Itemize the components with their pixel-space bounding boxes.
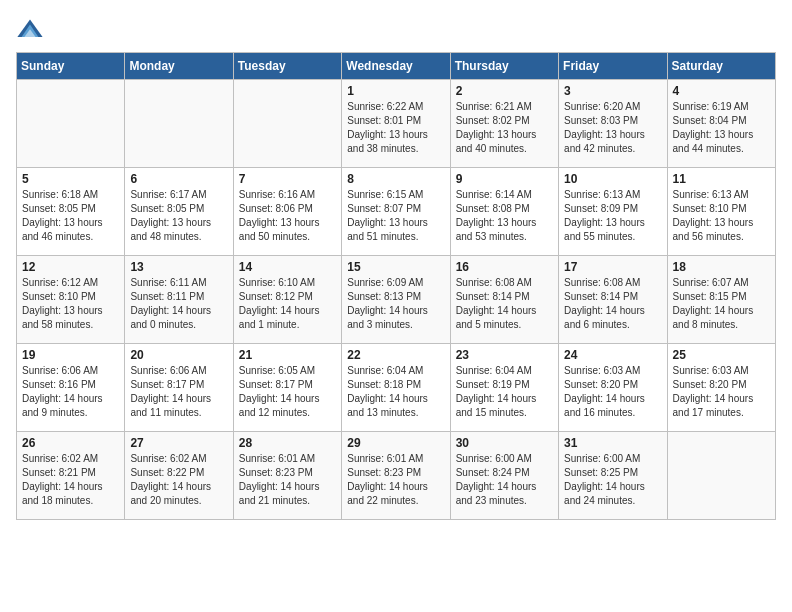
calendar-cell: 18Sunrise: 6:07 AM Sunset: 8:15 PM Dayli…	[667, 256, 775, 344]
day-number: 5	[22, 172, 119, 186]
day-header-tuesday: Tuesday	[233, 53, 341, 80]
calendar-cell: 19Sunrise: 6:06 AM Sunset: 8:16 PM Dayli…	[17, 344, 125, 432]
day-number: 18	[673, 260, 770, 274]
calendar-cell: 6Sunrise: 6:17 AM Sunset: 8:05 PM Daylig…	[125, 168, 233, 256]
day-info: Sunrise: 6:08 AM Sunset: 8:14 PM Dayligh…	[564, 276, 661, 332]
day-number: 23	[456, 348, 553, 362]
page-header	[16, 16, 776, 44]
day-number: 20	[130, 348, 227, 362]
day-info: Sunrise: 6:20 AM Sunset: 8:03 PM Dayligh…	[564, 100, 661, 156]
calendar-cell: 9Sunrise: 6:14 AM Sunset: 8:08 PM Daylig…	[450, 168, 558, 256]
day-info: Sunrise: 6:22 AM Sunset: 8:01 PM Dayligh…	[347, 100, 444, 156]
calendar-cell: 13Sunrise: 6:11 AM Sunset: 8:11 PM Dayli…	[125, 256, 233, 344]
calendar-cell	[125, 80, 233, 168]
calendar-cell: 4Sunrise: 6:19 AM Sunset: 8:04 PM Daylig…	[667, 80, 775, 168]
day-info: Sunrise: 6:04 AM Sunset: 8:18 PM Dayligh…	[347, 364, 444, 420]
day-info: Sunrise: 6:02 AM Sunset: 8:21 PM Dayligh…	[22, 452, 119, 508]
logo	[16, 16, 48, 44]
day-info: Sunrise: 6:11 AM Sunset: 8:11 PM Dayligh…	[130, 276, 227, 332]
day-number: 24	[564, 348, 661, 362]
calendar-cell: 17Sunrise: 6:08 AM Sunset: 8:14 PM Dayli…	[559, 256, 667, 344]
day-number: 27	[130, 436, 227, 450]
calendar-cell: 12Sunrise: 6:12 AM Sunset: 8:10 PM Dayli…	[17, 256, 125, 344]
day-number: 26	[22, 436, 119, 450]
day-number: 1	[347, 84, 444, 98]
day-info: Sunrise: 6:13 AM Sunset: 8:10 PM Dayligh…	[673, 188, 770, 244]
day-number: 25	[673, 348, 770, 362]
calendar-week-3: 12Sunrise: 6:12 AM Sunset: 8:10 PM Dayli…	[17, 256, 776, 344]
day-info: Sunrise: 6:06 AM Sunset: 8:17 PM Dayligh…	[130, 364, 227, 420]
calendar-cell: 30Sunrise: 6:00 AM Sunset: 8:24 PM Dayli…	[450, 432, 558, 520]
day-info: Sunrise: 6:12 AM Sunset: 8:10 PM Dayligh…	[22, 276, 119, 332]
day-number: 13	[130, 260, 227, 274]
day-number: 11	[673, 172, 770, 186]
day-info: Sunrise: 6:19 AM Sunset: 8:04 PM Dayligh…	[673, 100, 770, 156]
calendar-cell: 27Sunrise: 6:02 AM Sunset: 8:22 PM Dayli…	[125, 432, 233, 520]
day-info: Sunrise: 6:07 AM Sunset: 8:15 PM Dayligh…	[673, 276, 770, 332]
calendar-cell: 10Sunrise: 6:13 AM Sunset: 8:09 PM Dayli…	[559, 168, 667, 256]
day-info: Sunrise: 6:16 AM Sunset: 8:06 PM Dayligh…	[239, 188, 336, 244]
day-info: Sunrise: 6:03 AM Sunset: 8:20 PM Dayligh…	[673, 364, 770, 420]
calendar-cell: 23Sunrise: 6:04 AM Sunset: 8:19 PM Dayli…	[450, 344, 558, 432]
day-number: 7	[239, 172, 336, 186]
day-number: 17	[564, 260, 661, 274]
day-header-friday: Friday	[559, 53, 667, 80]
calendar-cell	[17, 80, 125, 168]
calendar-cell: 14Sunrise: 6:10 AM Sunset: 8:12 PM Dayli…	[233, 256, 341, 344]
calendar-cell: 16Sunrise: 6:08 AM Sunset: 8:14 PM Dayli…	[450, 256, 558, 344]
day-info: Sunrise: 6:10 AM Sunset: 8:12 PM Dayligh…	[239, 276, 336, 332]
logo-icon	[16, 16, 44, 44]
calendar-cell: 26Sunrise: 6:02 AM Sunset: 8:21 PM Dayli…	[17, 432, 125, 520]
day-info: Sunrise: 6:18 AM Sunset: 8:05 PM Dayligh…	[22, 188, 119, 244]
day-number: 15	[347, 260, 444, 274]
day-header-thursday: Thursday	[450, 53, 558, 80]
calendar-table: SundayMondayTuesdayWednesdayThursdayFrid…	[16, 52, 776, 520]
day-number: 9	[456, 172, 553, 186]
day-info: Sunrise: 6:13 AM Sunset: 8:09 PM Dayligh…	[564, 188, 661, 244]
calendar-week-5: 26Sunrise: 6:02 AM Sunset: 8:21 PM Dayli…	[17, 432, 776, 520]
calendar-cell: 25Sunrise: 6:03 AM Sunset: 8:20 PM Dayli…	[667, 344, 775, 432]
day-info: Sunrise: 6:04 AM Sunset: 8:19 PM Dayligh…	[456, 364, 553, 420]
calendar-cell: 31Sunrise: 6:00 AM Sunset: 8:25 PM Dayli…	[559, 432, 667, 520]
calendar-cell	[667, 432, 775, 520]
day-number: 4	[673, 84, 770, 98]
day-info: Sunrise: 6:02 AM Sunset: 8:22 PM Dayligh…	[130, 452, 227, 508]
day-info: Sunrise: 6:15 AM Sunset: 8:07 PM Dayligh…	[347, 188, 444, 244]
day-header-saturday: Saturday	[667, 53, 775, 80]
day-info: Sunrise: 6:01 AM Sunset: 8:23 PM Dayligh…	[239, 452, 336, 508]
day-info: Sunrise: 6:03 AM Sunset: 8:20 PM Dayligh…	[564, 364, 661, 420]
calendar-cell: 24Sunrise: 6:03 AM Sunset: 8:20 PM Dayli…	[559, 344, 667, 432]
calendar-cell: 2Sunrise: 6:21 AM Sunset: 8:02 PM Daylig…	[450, 80, 558, 168]
calendar-cell: 8Sunrise: 6:15 AM Sunset: 8:07 PM Daylig…	[342, 168, 450, 256]
calendar-cell: 3Sunrise: 6:20 AM Sunset: 8:03 PM Daylig…	[559, 80, 667, 168]
calendar-week-1: 1Sunrise: 6:22 AM Sunset: 8:01 PM Daylig…	[17, 80, 776, 168]
day-info: Sunrise: 6:00 AM Sunset: 8:25 PM Dayligh…	[564, 452, 661, 508]
day-number: 31	[564, 436, 661, 450]
calendar-cell: 20Sunrise: 6:06 AM Sunset: 8:17 PM Dayli…	[125, 344, 233, 432]
day-number: 30	[456, 436, 553, 450]
calendar-week-2: 5Sunrise: 6:18 AM Sunset: 8:05 PM Daylig…	[17, 168, 776, 256]
day-number: 10	[564, 172, 661, 186]
day-number: 6	[130, 172, 227, 186]
day-number: 2	[456, 84, 553, 98]
day-header-monday: Monday	[125, 53, 233, 80]
day-info: Sunrise: 6:00 AM Sunset: 8:24 PM Dayligh…	[456, 452, 553, 508]
day-number: 14	[239, 260, 336, 274]
day-number: 19	[22, 348, 119, 362]
day-info: Sunrise: 6:17 AM Sunset: 8:05 PM Dayligh…	[130, 188, 227, 244]
day-info: Sunrise: 6:14 AM Sunset: 8:08 PM Dayligh…	[456, 188, 553, 244]
day-info: Sunrise: 6:05 AM Sunset: 8:17 PM Dayligh…	[239, 364, 336, 420]
calendar-header-row: SundayMondayTuesdayWednesdayThursdayFrid…	[17, 53, 776, 80]
calendar-cell: 29Sunrise: 6:01 AM Sunset: 8:23 PM Dayli…	[342, 432, 450, 520]
calendar-cell	[233, 80, 341, 168]
calendar-cell: 11Sunrise: 6:13 AM Sunset: 8:10 PM Dayli…	[667, 168, 775, 256]
day-number: 29	[347, 436, 444, 450]
calendar-week-4: 19Sunrise: 6:06 AM Sunset: 8:16 PM Dayli…	[17, 344, 776, 432]
day-number: 28	[239, 436, 336, 450]
day-info: Sunrise: 6:01 AM Sunset: 8:23 PM Dayligh…	[347, 452, 444, 508]
day-info: Sunrise: 6:21 AM Sunset: 8:02 PM Dayligh…	[456, 100, 553, 156]
day-number: 8	[347, 172, 444, 186]
calendar-cell: 5Sunrise: 6:18 AM Sunset: 8:05 PM Daylig…	[17, 168, 125, 256]
day-info: Sunrise: 6:06 AM Sunset: 8:16 PM Dayligh…	[22, 364, 119, 420]
day-number: 12	[22, 260, 119, 274]
